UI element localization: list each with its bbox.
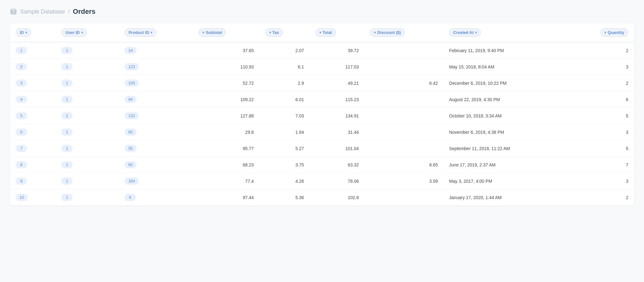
cell-discount xyxy=(364,91,443,108)
svg-point-0 xyxy=(11,9,16,11)
cell-id: 8 xyxy=(10,157,56,173)
chevron-down-icon: ▾ xyxy=(475,31,477,34)
col-filter-tax[interactable]: ▾ Tax xyxy=(265,28,283,37)
cell-discount xyxy=(364,59,443,75)
col-filter-created-at[interactable]: Created At ▾ xyxy=(449,28,481,37)
col-filter-subtotal[interactable]: ▾ Subtotal xyxy=(198,28,226,37)
cell-discount: 8.65 xyxy=(364,157,443,173)
chevron-down-icon: ▾ xyxy=(25,31,27,34)
col-header-total: ▾ Total xyxy=(310,23,365,42)
cell-user-id: 1 xyxy=(56,173,119,189)
cell-subtotal: 110.93 xyxy=(193,59,259,75)
breadcrumb-separator: / xyxy=(68,8,70,15)
cell-total: 49.21 xyxy=(310,75,365,91)
cell-total: 63.32 xyxy=(310,157,365,173)
cell-id: 5 xyxy=(10,108,56,124)
col-header-user-id: User ID ▾ xyxy=(56,23,119,42)
cell-quantity: 3 xyxy=(567,173,634,189)
cell-product-id: 6 xyxy=(119,189,193,206)
cell-id: 7 xyxy=(10,140,56,157)
cell-id: 1 xyxy=(10,42,56,59)
table-header-row: ID ▾ User ID ▾ Product ID ▾ xyxy=(10,23,634,42)
cell-product-id: 132 xyxy=(119,108,193,124)
cell-created-at: December 6, 2019, 10:22 PM xyxy=(443,75,567,91)
cell-product-id: 105 xyxy=(119,75,193,91)
chevron-down-icon: ▾ xyxy=(374,31,376,34)
col-header-discount: ▾ Discount ($) xyxy=(364,23,443,42)
cell-id: 2 xyxy=(10,59,56,75)
col-filter-user-id[interactable]: User ID ▾ xyxy=(61,28,87,37)
cell-subtotal: 52.72 xyxy=(193,75,259,91)
cell-quantity: 7 xyxy=(567,157,634,173)
cell-discount: 3.59 xyxy=(364,173,443,189)
col-filter-product-id[interactable]: Product ID ▾ xyxy=(125,28,157,37)
cell-total: 39.72 xyxy=(310,42,365,59)
table-row: 7 1 55 95.77 5.27 101.04 September 11, 2… xyxy=(10,140,634,157)
cell-product-id: 14 xyxy=(119,42,193,59)
cell-total: 134.91 xyxy=(310,108,365,124)
col-filter-discount[interactable]: ▾ Discount ($) xyxy=(370,28,405,37)
col-filter-quantity[interactable]: ▾ Quantity xyxy=(600,28,628,37)
cell-product-id: 94 xyxy=(119,91,193,108)
cell-created-at: January 17, 2020, 1:44 AM xyxy=(443,189,567,206)
cell-total: 78.06 xyxy=(310,173,365,189)
cell-subtotal: 95.77 xyxy=(193,140,259,157)
table-row: 3 1 105 52.72 2.9 49.21 6.42 December 6,… xyxy=(10,75,634,91)
cell-discount xyxy=(364,189,443,206)
cell-discount xyxy=(364,42,443,59)
cell-tax: 1.64 xyxy=(260,124,310,140)
orders-table: ID ▾ User ID ▾ Product ID ▾ xyxy=(10,23,634,205)
cell-user-id: 1 xyxy=(56,91,119,108)
cell-total: 102.8 xyxy=(310,189,365,206)
page-title: Orders xyxy=(73,8,95,16)
table-row: 2 1 123 110.93 6.1 117.03 May 15, 2018, … xyxy=(10,59,634,75)
cell-created-at: May 15, 2018, 8:04 AM xyxy=(443,59,567,75)
cell-quantity: 6 xyxy=(567,91,634,108)
cell-user-id: 1 xyxy=(56,59,119,75)
col-filter-id[interactable]: ID ▾ xyxy=(16,28,31,37)
cell-subtotal: 127.88 xyxy=(193,108,259,124)
chevron-down-icon: ▾ xyxy=(269,31,271,34)
cell-discount xyxy=(364,140,443,157)
cell-quantity: 3 xyxy=(567,124,634,140)
cell-user-id: 1 xyxy=(56,124,119,140)
cell-user-id: 1 xyxy=(56,75,119,91)
cell-total: 31.44 xyxy=(310,124,365,140)
cell-discount xyxy=(364,108,443,124)
cell-subtotal: 97.44 xyxy=(193,189,259,206)
cell-tax: 7.03 xyxy=(260,108,310,124)
cell-id: 6 xyxy=(10,124,56,140)
cell-product-id: 123 xyxy=(119,59,193,75)
cell-tax: 6.1 xyxy=(260,59,310,75)
col-header-created-at: Created At ▾ xyxy=(443,23,567,42)
table-row: 9 1 184 77.4 4.26 78.06 3.59 May 3, 2017… xyxy=(10,173,634,189)
cell-created-at: September 11, 2018, 11:22 AM xyxy=(443,140,567,157)
chevron-down-icon: ▾ xyxy=(319,31,321,34)
cell-tax: 4.26 xyxy=(260,173,310,189)
col-header-quantity: ▾ Quantity xyxy=(567,23,634,42)
col-filter-total[interactable]: ▾ Total xyxy=(315,28,336,37)
cell-created-at: August 22, 2019, 4:30 PM xyxy=(443,91,567,108)
cell-tax: 3.75 xyxy=(260,157,310,173)
cell-user-id: 1 xyxy=(56,42,119,59)
chevron-down-icon: ▾ xyxy=(81,31,83,34)
cell-total: 101.04 xyxy=(310,140,365,157)
cell-created-at: February 11, 2019, 9:40 PM xyxy=(443,42,567,59)
cell-created-at: May 3, 2017, 4:00 PM xyxy=(443,173,567,189)
cell-id: 9 xyxy=(10,173,56,189)
cell-id: 3 xyxy=(10,75,56,91)
cell-created-at: November 6, 2019, 4:38 PM xyxy=(443,124,567,140)
cell-user-id: 1 xyxy=(56,157,119,173)
table-row: 1 1 14 37.65 2.07 39.72 February 11, 201… xyxy=(10,42,634,59)
cell-tax: 6.01 xyxy=(260,91,310,108)
cell-discount xyxy=(364,124,443,140)
cell-tax: 5.36 xyxy=(260,189,310,206)
chevron-down-icon: ▾ xyxy=(604,31,606,34)
table-row: 10 1 6 97.44 5.36 102.8 January 17, 2020… xyxy=(10,189,634,206)
cell-subtotal: 77.4 xyxy=(193,173,259,189)
cell-created-at: October 10, 2018, 3:34 AM xyxy=(443,108,567,124)
col-header-id: ID ▾ xyxy=(10,23,56,42)
cell-total: 115.23 xyxy=(310,91,365,108)
cell-user-id: 1 xyxy=(56,140,119,157)
cell-id: 10 xyxy=(10,189,56,206)
